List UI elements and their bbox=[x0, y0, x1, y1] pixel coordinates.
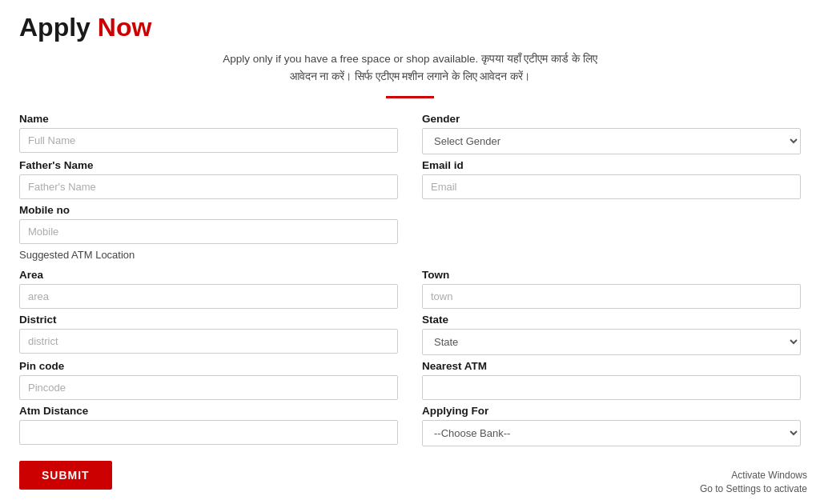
district-label: District bbox=[19, 314, 398, 326]
applying-for-group: Applying For --Choose Bank-- SBI PNB HDF… bbox=[422, 405, 801, 446]
row-atm-distance-applying: Atm Distance Applying For --Choose Bank-… bbox=[19, 405, 801, 446]
gender-label: Gender bbox=[422, 113, 801, 125]
mobile-group: Mobile no bbox=[19, 204, 398, 244]
nearest-atm-input[interactable] bbox=[422, 375, 801, 400]
application-form: Name Gender Select Gender Male Female Ot… bbox=[19, 113, 801, 490]
name-input[interactable] bbox=[19, 128, 398, 153]
gender-group: Gender Select Gender Male Female Other bbox=[422, 113, 801, 154]
divider bbox=[386, 96, 434, 98]
area-group: Area bbox=[19, 269, 398, 309]
watermark-line1: Activate Windows bbox=[700, 469, 807, 482]
title-red: Now bbox=[98, 13, 152, 42]
town-group: Town bbox=[422, 269, 801, 309]
watermark-line2: Go to Settings to activate bbox=[700, 482, 807, 496]
applying-for-select[interactable]: --Choose Bank-- SBI PNB HDFC ICICI Axis … bbox=[422, 420, 801, 446]
state-group: State State Andhra Pradesh Bihar Delhi G… bbox=[422, 314, 801, 355]
suggested-atm-label: Suggested ATM Location bbox=[19, 249, 801, 261]
page-title: Apply Now bbox=[19, 13, 801, 42]
row-pincode-nearest: Pin code Nearest ATM bbox=[19, 360, 801, 400]
nearest-atm-label: Nearest ATM bbox=[422, 360, 801, 372]
area-label: Area bbox=[19, 269, 398, 281]
fathers-name-group: Father's Name bbox=[19, 159, 398, 199]
atm-distance-label: Atm Distance bbox=[19, 405, 398, 417]
email-input[interactable] bbox=[422, 174, 801, 199]
mobile-input[interactable] bbox=[19, 219, 398, 244]
row-mobile: Mobile no bbox=[19, 204, 801, 244]
row-father-email: Father's Name Email id bbox=[19, 159, 801, 199]
state-select[interactable]: State Andhra Pradesh Bihar Delhi Gujarat… bbox=[422, 329, 801, 355]
applying-for-label: Applying For bbox=[422, 405, 801, 417]
submit-button[interactable]: SUBMIT bbox=[19, 461, 112, 490]
email-label: Email id bbox=[422, 159, 801, 171]
windows-watermark: Activate Windows Go to Settings to activ… bbox=[700, 469, 807, 496]
town-input[interactable] bbox=[422, 284, 801, 309]
email-group: Email id bbox=[422, 159, 801, 199]
row-area-town: Area Town bbox=[19, 269, 801, 309]
row-name-gender: Name Gender Select Gender Male Female Ot… bbox=[19, 113, 801, 154]
gender-select[interactable]: Select Gender Male Female Other bbox=[422, 128, 801, 154]
atm-distance-input[interactable] bbox=[19, 420, 398, 445]
name-label: Name bbox=[19, 113, 398, 125]
fathers-name-input[interactable] bbox=[19, 174, 398, 199]
fathers-name-label: Father's Name bbox=[19, 159, 398, 171]
town-label: Town bbox=[422, 269, 801, 281]
district-group: District bbox=[19, 314, 398, 355]
title-black: Apply bbox=[19, 13, 90, 42]
atm-distance-group: Atm Distance bbox=[19, 405, 398, 446]
pincode-input[interactable] bbox=[19, 375, 398, 400]
pincode-group: Pin code bbox=[19, 360, 398, 400]
nearest-atm-group: Nearest ATM bbox=[422, 360, 801, 400]
district-input[interactable] bbox=[19, 329, 398, 354]
state-label: State bbox=[422, 314, 801, 326]
subtitle-text: Apply only if you have a free space or s… bbox=[138, 50, 682, 85]
area-input[interactable] bbox=[19, 284, 398, 309]
mobile-label: Mobile no bbox=[19, 204, 398, 216]
name-group: Name bbox=[19, 113, 398, 154]
row-district-state: District State State Andhra Pradesh Biha… bbox=[19, 314, 801, 355]
pincode-label: Pin code bbox=[19, 360, 398, 372]
